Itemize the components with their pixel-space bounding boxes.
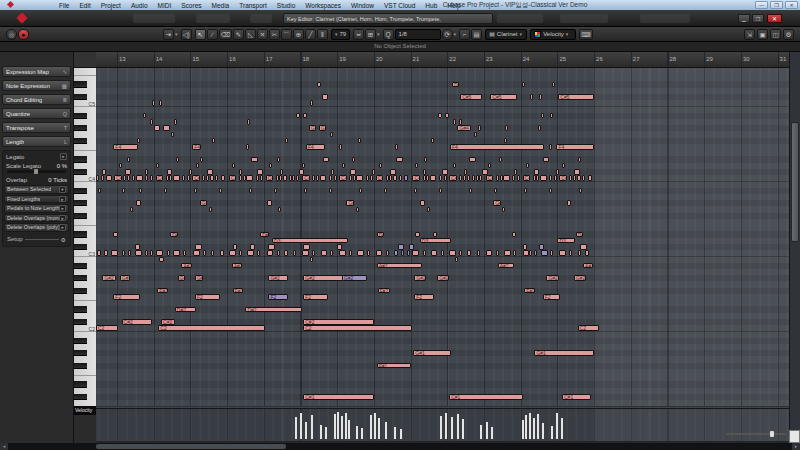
- midi-note[interactable]: [580, 244, 587, 249]
- midi-note[interactable]: G#2: [574, 275, 586, 280]
- midi-note[interactable]: [582, 175, 585, 180]
- midi-note[interactable]: [269, 163, 272, 168]
- midi-note[interactable]: [512, 175, 515, 180]
- midi-note[interactable]: [127, 157, 130, 162]
- note-display-area[interactable]: D#5C#5C#5C#5G#4G#4G#4F4F4F4F4F4C4C4C4C4C…: [96, 68, 789, 406]
- toolbar-setup-button[interactable]: ⚙: [783, 29, 794, 40]
- midi-note[interactable]: F4: [556, 144, 594, 149]
- midi-note[interactable]: [358, 138, 361, 143]
- layout-2-button[interactable]: ◫: [770, 29, 781, 40]
- midi-note[interactable]: [220, 250, 224, 255]
- midi-note[interactable]: [150, 119, 153, 124]
- midi-note[interactable]: G#2: [178, 275, 186, 280]
- midi-note[interactable]: [101, 175, 104, 180]
- midi-note[interactable]: [122, 250, 125, 255]
- midi-note[interactable]: [569, 250, 572, 255]
- piano-black-key[interactable]: [74, 213, 87, 219]
- midi-note[interactable]: G#3: [346, 200, 354, 205]
- velocity-bar[interactable]: [529, 413, 531, 439]
- midi-note[interactable]: [398, 244, 405, 249]
- midi-note[interactable]: [366, 175, 369, 180]
- midi-note[interactable]: [472, 175, 475, 180]
- midi-note[interactable]: D#3: [576, 232, 584, 237]
- midi-note[interactable]: [104, 250, 108, 255]
- midi-note[interactable]: [256, 175, 259, 180]
- midi-note[interactable]: [431, 250, 438, 255]
- velocity-lane[interactable]: [96, 408, 789, 441]
- action-apply-button[interactable]: ▸: [59, 224, 66, 231]
- midi-note[interactable]: [136, 200, 141, 205]
- midi-note[interactable]: [322, 94, 329, 99]
- midi-note[interactable]: [499, 157, 502, 162]
- piano-black-key[interactable]: [74, 81, 87, 87]
- midi-note[interactable]: [459, 250, 462, 255]
- midi-note[interactable]: [567, 200, 572, 205]
- velocity-bar[interactable]: [480, 425, 482, 439]
- midi-note[interactable]: F#2: [524, 288, 534, 293]
- step-tool-button[interactable]: ⫴: [317, 29, 328, 40]
- show-part-borders-button[interactable]: ⌐: [459, 29, 470, 40]
- midi-note[interactable]: [445, 113, 449, 118]
- action-apply-button[interactable]: ▸: [59, 205, 66, 212]
- midi-note[interactable]: C#5: [558, 94, 594, 99]
- midi-note[interactable]: [496, 250, 499, 255]
- midi-note[interactable]: [534, 250, 537, 255]
- midi-note[interactable]: [296, 175, 299, 180]
- horizontal-zoom-slider[interactable]: [726, 433, 786, 435]
- midi-note[interactable]: [469, 157, 476, 162]
- horizontal-scrollbar-thumb[interactable]: [96, 444, 286, 449]
- midi-note[interactable]: [393, 175, 397, 180]
- piano-black-key[interactable]: [74, 350, 87, 356]
- midi-note[interactable]: [122, 188, 125, 193]
- midi-note[interactable]: [386, 250, 389, 255]
- menu-workspaces[interactable]: Workspaces: [300, 2, 346, 9]
- midi-note[interactable]: F2: [268, 294, 287, 299]
- midi-note[interactable]: [503, 175, 510, 180]
- midi-note[interactable]: [538, 125, 541, 130]
- midi-note[interactable]: [167, 250, 170, 255]
- midi-note[interactable]: [356, 207, 359, 212]
- midi-note[interactable]: C#1: [562, 394, 591, 399]
- quantize-caret-icon[interactable]: ▾: [454, 31, 457, 37]
- midi-note[interactable]: [500, 175, 503, 180]
- midi-note[interactable]: [488, 163, 491, 168]
- midi-note[interactable]: C4: [412, 175, 420, 180]
- acoustic-feedback-button[interactable]: ●: [18, 29, 29, 40]
- midi-note[interactable]: [279, 175, 282, 180]
- midi-note[interactable]: A#2: [498, 263, 514, 268]
- midi-note[interactable]: C#1: [303, 394, 374, 399]
- midi-note[interactable]: [267, 200, 272, 205]
- midi-note[interactable]: [505, 125, 508, 130]
- midi-note[interactable]: G#3: [493, 200, 501, 205]
- velocity-bar[interactable]: [305, 422, 307, 439]
- midi-note[interactable]: [289, 175, 292, 180]
- midi-note[interactable]: [415, 232, 420, 237]
- velocity-bar[interactable]: [451, 417, 453, 439]
- midi-note[interactable]: [433, 232, 438, 237]
- piano-black-key[interactable]: [74, 288, 87, 294]
- midi-note[interactable]: [513, 250, 516, 255]
- midi-note[interactable]: D#3: [377, 232, 385, 237]
- mute-tool-button[interactable]: ✕: [257, 29, 268, 40]
- midi-note[interactable]: [389, 175, 392, 180]
- midi-note[interactable]: [304, 188, 307, 193]
- midi-note[interactable]: [239, 250, 242, 255]
- midi-note[interactable]: [246, 144, 249, 149]
- midi-note[interactable]: C4: [376, 175, 384, 180]
- midi-note[interactable]: [339, 144, 342, 149]
- midi-note[interactable]: G#2: [342, 275, 367, 280]
- midi-note[interactable]: [239, 169, 242, 174]
- menu-file[interactable]: File: [54, 2, 74, 9]
- midi-note[interactable]: [303, 113, 307, 118]
- piano-black-key[interactable]: [74, 275, 87, 281]
- legato-apply-button[interactable]: ▸: [60, 153, 67, 160]
- midi-note[interactable]: [339, 250, 346, 255]
- midi-note[interactable]: F2: [303, 294, 328, 299]
- midi-note[interactable]: [415, 163, 418, 168]
- midi-note[interactable]: [284, 250, 288, 255]
- midi-note[interactable]: [156, 163, 159, 168]
- midi-note[interactable]: [102, 169, 106, 174]
- grid-caret-icon[interactable]: ▾: [377, 31, 380, 37]
- midi-note[interactable]: [449, 250, 456, 255]
- midi-note[interactable]: [274, 188, 277, 193]
